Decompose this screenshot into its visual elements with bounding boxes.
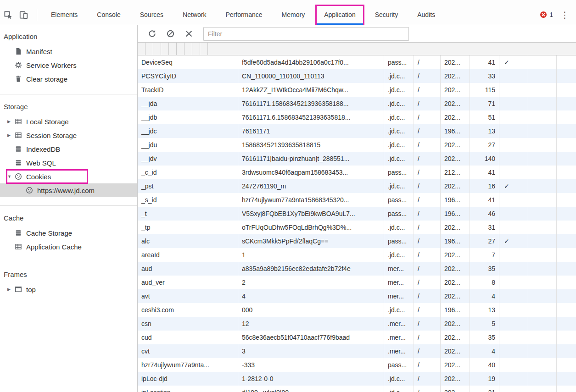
sidebar-item-service-workers[interactable]: Service Workers (0, 58, 137, 72)
error-count-badge[interactable]: 1 (540, 11, 553, 18)
cell-samesite (557, 289, 576, 303)
cookie-row[interactable]: _t V5Sxyj8FQbEB1Xy7bEi9kwBOA9uL7... pass… (138, 207, 576, 221)
column-header-do[interactable] (153, 43, 161, 55)
column-header-expi[interactable] (169, 43, 177, 55)
cell-expires: 202... (441, 221, 470, 234)
triangle-right-icon[interactable]: ▶ (7, 119, 14, 124)
cell-expires: 196... (441, 303, 470, 317)
tab-elements[interactable]: Elements (44, 6, 85, 23)
sidebar-item-local-storage[interactable]: ▶ Local Storage (0, 115, 137, 128)
cookie-row[interactable]: _pst 2472761190_m .jd.c... / 202... 16 ✓ (138, 179, 576, 193)
cookie-row[interactable]: avt 4 mer... / 202... 4 (138, 289, 576, 303)
cookie-row[interactable]: TrackID 12AkkZZ_I1WtkOcca4Mii7M6Chqw... … (138, 83, 576, 97)
cookie-row[interactable]: __jdc 76161171 .jd.c... / 196... 13 (138, 124, 576, 138)
column-header-sam[interactable] (200, 43, 208, 55)
clear-all-button[interactable] (166, 29, 175, 39)
sidebar-item-https-www-jd-com[interactable]: https://www.jd.com (0, 183, 137, 197)
cell-name: aud_ver (138, 276, 238, 289)
cell-expires: 202... (441, 110, 470, 124)
cookie-row[interactable]: aud a835a9a89b2156ec82edafafe2b72f4e mer… (138, 262, 576, 276)
tab-application[interactable]: Application (317, 6, 363, 23)
cookie-row[interactable]: cud 56c8e36aecb51f04710aacf776f9baad .me… (138, 331, 576, 344)
cell-value: hzr74ujlywum77a9nta15868345320... (238, 193, 384, 207)
cell-value: 2 (238, 276, 384, 289)
refresh-button[interactable] (147, 29, 157, 39)
column-header-http[interactable] (185, 43, 192, 55)
sidebar-item-session-storage[interactable]: ▶ Session Storage (0, 128, 137, 142)
cookie-row[interactable]: aud_ver 2 mer... / 202... 8 (138, 276, 576, 289)
cookie-row[interactable]: ipLocation d|190...wkq|9|90... .jd.c... … (138, 386, 576, 392)
cookie-row[interactable]: _c_id 3rdwsuomc940f6aqpam158683453... pa… (138, 166, 576, 179)
column-header-path[interactable] (161, 43, 169, 55)
triangle-right-icon[interactable]: ▶ (7, 133, 14, 138)
cookie-row[interactable]: __jdu 1586834521393635818815 .jd.c... / … (138, 138, 576, 152)
cell-http (499, 207, 528, 221)
sidebar-item-cookies[interactable]: ▼ Cookies (0, 170, 137, 183)
tab-console[interactable]: Console (89, 6, 128, 23)
cookie-row[interactable]: hzr74ujlywum77a9nta... -333 pass... / 20… (138, 358, 576, 372)
sidebar-item-indexeddb[interactable]: IndexedDB (0, 142, 137, 156)
cell-size: 31 (470, 221, 499, 234)
sidebar-item-top[interactable]: ▶ top (0, 282, 137, 296)
kebab-menu-icon[interactable]: ⋮ (560, 11, 569, 19)
cookie-row[interactable]: _s_id hzr74ujlywum77a9nta15868345320... … (138, 193, 576, 207)
cookie-row[interactable]: ipLoc-djd 1-2812-0-0 .jd.c... / 202... 1… (138, 372, 576, 386)
tab-memory[interactable]: Memory (274, 6, 313, 23)
inspect-element-button[interactable] (0, 7, 16, 22)
tab-sources[interactable]: Sources (133, 6, 171, 23)
cell-name: cvt (138, 344, 238, 358)
cookie-row[interactable]: __jdb 76161171.6.1586834521393635818... … (138, 110, 576, 124)
triangle-right-icon[interactable]: ▶ (7, 287, 14, 292)
cookie-row[interactable]: csn 12 .mer... / 202... 5 (138, 317, 576, 331)
cookie-row[interactable]: alc sCKcm3Mkk5PpFd/2flaqCg== pass... / 1… (138, 234, 576, 248)
cell-secure (528, 289, 557, 303)
cookie-row[interactable]: ceshi3.com 000 .jd.c... / 196... 13 (138, 303, 576, 317)
tab-label: Application (324, 11, 356, 18)
tab-label: Network (183, 11, 206, 18)
cell-name: __jdc (138, 124, 238, 138)
cookie-row[interactable]: cvt 3 .mer... / 202... 4 (138, 344, 576, 358)
column-header-size[interactable] (177, 43, 185, 55)
cell-http (499, 358, 528, 372)
cell-samesite (557, 221, 576, 234)
cookie-row[interactable]: __jda 76161171.15868345213936358188... .… (138, 97, 576, 110)
cookie-filter-input[interactable] (203, 27, 409, 41)
cell-value: -333 (238, 358, 384, 372)
triangle-down-icon[interactable]: ▼ (7, 174, 14, 179)
delete-selected-button[interactable] (184, 29, 193, 39)
sidebar-item-clear-storage[interactable]: Clear storage (0, 72, 137, 86)
cell-samesite (557, 262, 576, 276)
tab-network[interactable]: Network (175, 6, 213, 23)
error-count: 1 (549, 11, 553, 18)
cell-path: / (414, 221, 441, 234)
cell-secure (528, 166, 557, 179)
column-header-sec[interactable] (192, 43, 200, 55)
tab-performance[interactable]: Performance (218, 6, 269, 23)
cell-secure (528, 303, 557, 317)
cell-value: sCKcm3Mkk5PpFd/2flaqCg== (238, 234, 384, 248)
sidebar-item-web-sql[interactable]: Web SQL (0, 156, 137, 170)
sidebar-item-label: Cache Storage (26, 229, 72, 237)
db-icon (14, 159, 22, 167)
cell-expires: 202... (441, 358, 470, 372)
section-items: ▶ Local Storage ▶ Session Storage (0, 115, 137, 197)
cell-domain: .jd.c... (384, 110, 414, 124)
cell-name: ceshi3.com (138, 303, 238, 317)
tab-audits[interactable]: Audits (410, 6, 442, 23)
cookie-row[interactable]: _tp oTrFUqOuDhw5FOqLdBrhQg%3D%... .jd.c.… (138, 221, 576, 234)
cell-value: 000 (238, 303, 384, 317)
cell-value: 76161171.6.1586834521393635818... (238, 110, 384, 124)
tab-security[interactable]: Security (368, 6, 406, 23)
column-header-name[interactable] (138, 43, 145, 55)
device-toolbar-button[interactable] (16, 7, 31, 22)
cookie-row[interactable]: areaId 1 .jd.c... / 202... 7 (138, 248, 576, 262)
sidebar-item-manifest[interactable]: Manifest (0, 44, 137, 58)
column-header-value[interactable] (145, 43, 153, 55)
cell-http: ✓ (499, 55, 528, 69)
cookie-row[interactable]: __jdv 76161171|baidu-pinzhuan|t_288551..… (138, 152, 576, 166)
cookie-row[interactable]: DeviceSeq f5dfe60d5ada4d14bb29106a0c17f0… (138, 55, 576, 69)
cookie-row[interactable]: PCSYCityID CN_110000_110100_110113 .jd.c… (138, 69, 576, 83)
sidebar-item-application-cache[interactable]: Application Cache (0, 240, 137, 254)
sidebar-item-cache-storage[interactable]: Cache Storage (0, 226, 137, 240)
cell-size: 7 (470, 248, 499, 262)
